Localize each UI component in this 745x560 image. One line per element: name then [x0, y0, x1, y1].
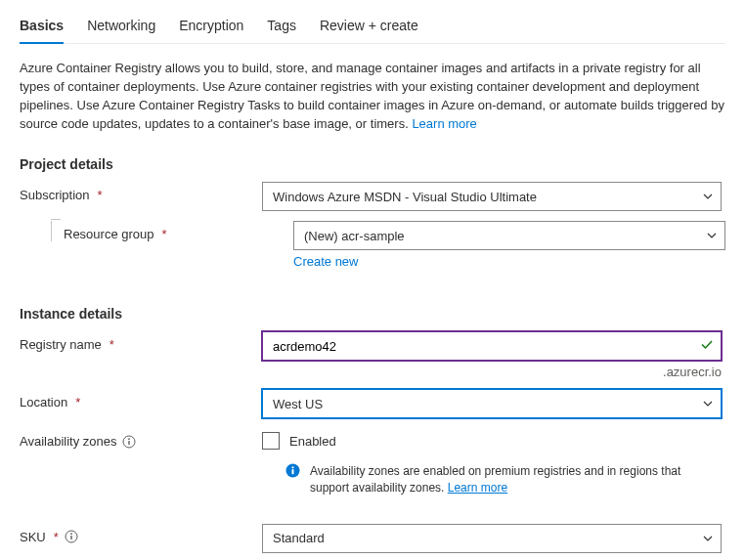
availability-zones-info: Availability zones are enabled on premiu…: [262, 463, 722, 496]
resource-group-select[interactable]: (New) acr-sample: [293, 221, 725, 250]
required-asterisk: *: [98, 188, 103, 202]
subscription-value: Windows Azure MSDN - Visual Studio Ultim…: [273, 190, 537, 204]
registry-domain-suffix: .azurecr.io: [262, 365, 722, 379]
svg-point-4: [291, 467, 293, 469]
location-value: West US: [273, 397, 323, 411]
availability-zones-enabled-label: Enabled: [289, 434, 336, 449]
section-instance-details: Instance details: [20, 306, 725, 322]
tab-networking[interactable]: Networking: [87, 12, 155, 43]
subscription-select[interactable]: Windows Azure MSDN - Visual Studio Ultim…: [262, 182, 722, 211]
svg-rect-8: [70, 536, 71, 539]
location-select[interactable]: West US: [262, 389, 722, 418]
intro-body: Azure Container Registry allows you to b…: [20, 61, 724, 131]
label-registry-name: Registry name *: [20, 331, 262, 352]
label-subscription-text: Subscription: [20, 188, 90, 202]
checkmark-icon: [700, 338, 714, 355]
intro-text: Azure Container Registry allows you to b…: [20, 60, 725, 133]
label-sku: SKU *: [20, 524, 262, 544]
section-project-details: Project details: [20, 156, 725, 172]
create-new-link[interactable]: Create new: [293, 254, 358, 269]
required-asterisk: *: [110, 337, 114, 352]
intro-learn-more-link[interactable]: Learn more: [412, 116, 476, 131]
label-location: Location *: [20, 389, 262, 409]
label-resource-group-text: Resource group: [64, 227, 154, 241]
svg-point-7: [70, 534, 72, 536]
label-resource-group: Resource group *: [51, 221, 293, 241]
label-availability-zones: Availability zones: [20, 428, 262, 449]
required-asterisk: *: [54, 530, 59, 544]
resource-group-value: (New) acr-sample: [304, 229, 405, 243]
required-asterisk: *: [75, 395, 80, 409]
sku-select[interactable]: Standard: [262, 524, 722, 553]
svg-rect-5: [292, 470, 294, 475]
tab-strip: Basics Networking Encryption Tags Review…: [20, 12, 725, 44]
info-icon[interactable]: [122, 435, 136, 449]
tab-tags[interactable]: Tags: [267, 12, 296, 43]
required-asterisk: *: [162, 227, 167, 241]
tab-encryption[interactable]: Encryption: [179, 12, 243, 43]
label-location-text: Location: [20, 395, 67, 409]
label-sku-text: SKU: [20, 530, 46, 544]
svg-point-1: [129, 438, 131, 440]
availability-zones-checkbox[interactable]: [262, 432, 280, 450]
info-icon[interactable]: [65, 530, 78, 543]
label-availability-zones-text: Availability zones: [20, 434, 116, 449]
registry-name-input[interactable]: [262, 331, 722, 361]
svg-rect-2: [129, 441, 130, 445]
label-subscription: Subscription *: [20, 182, 262, 202]
label-registry-name-text: Registry name: [20, 337, 102, 352]
info-icon: [285, 463, 300, 496]
availability-zones-learn-more-link[interactable]: Learn more: [448, 481, 507, 495]
tab-basics[interactable]: Basics: [20, 12, 64, 43]
sku-value: Standard: [273, 531, 325, 545]
tab-review-create[interactable]: Review + create: [320, 12, 418, 43]
